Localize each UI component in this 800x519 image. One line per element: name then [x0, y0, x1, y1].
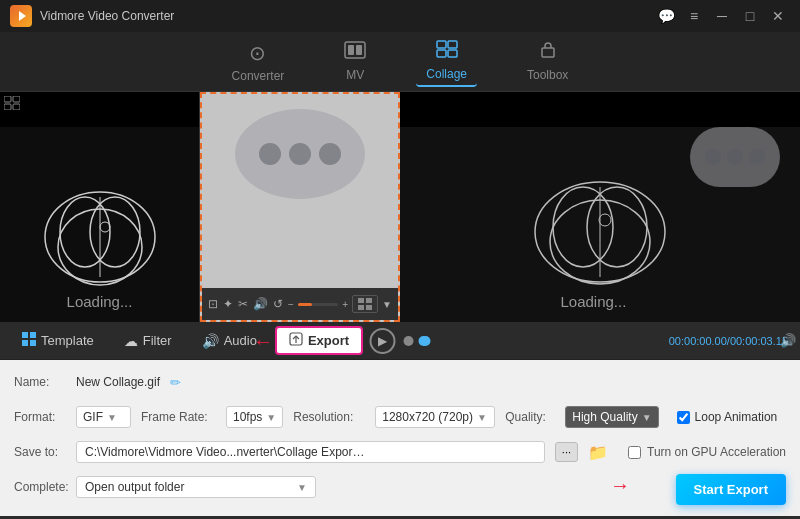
svg-rect-30 — [22, 332, 28, 338]
close-button[interactable]: ✕ — [766, 4, 790, 28]
slider-minus[interactable]: − — [288, 299, 294, 310]
window-controls: 💬 ≡ ─ □ ✕ — [654, 4, 790, 28]
cut-icon[interactable]: ✂ — [238, 297, 248, 311]
playback-controls: ▶ — [370, 328, 431, 354]
complete-row: Complete: Open output folder ▼ — [14, 473, 786, 501]
complete-dropdown[interactable]: Open output folder ▼ — [76, 476, 316, 498]
quality-arrow: ▼ — [642, 412, 652, 423]
audio-label: Audio — [224, 333, 257, 348]
black-bar-right — [400, 92, 800, 127]
svg-point-19 — [100, 222, 110, 232]
dot-ind-2 — [419, 336, 431, 346]
timeline-progress — [298, 303, 312, 306]
toolbox-icon — [537, 41, 559, 64]
volume-icon[interactable]: 🔊 — [780, 333, 796, 348]
tab-template[interactable]: Template — [10, 328, 106, 353]
svg-rect-4 — [356, 45, 362, 55]
app-logo — [10, 5, 32, 27]
template-icon — [22, 332, 36, 349]
start-export-button[interactable]: Start Export — [676, 474, 786, 505]
format-row: Format: GIF ▼ Frame Rate: 10fps ▼ Resolu… — [14, 403, 786, 431]
converter-label: Converter — [232, 69, 285, 83]
collage-label: Collage — [426, 67, 467, 81]
complete-arrow: ▼ — [297, 482, 307, 493]
maximize-button[interactable]: □ — [738, 4, 762, 28]
expand-icon[interactable]: ▼ — [382, 299, 392, 310]
minimize-button[interactable]: ─ — [710, 4, 734, 28]
loop-label: Loop Animation — [695, 410, 778, 424]
svg-rect-32 — [22, 340, 28, 346]
svg-rect-22 — [358, 305, 364, 310]
browse-button[interactable]: ··· — [555, 442, 578, 462]
gpu-label[interactable]: Turn on GPU Acceleration — [628, 445, 786, 459]
black-bar-left — [0, 92, 199, 127]
svg-rect-9 — [542, 48, 554, 57]
video-panel-right[interactable]: Loading... — [400, 92, 800, 322]
converter-icon: ⊙ — [249, 41, 266, 65]
tab-toolbox[interactable]: Toolbox — [517, 37, 578, 86]
video-panel-left[interactable]: Loading... — [0, 92, 200, 322]
timeline-slider[interactable] — [298, 303, 338, 306]
svg-rect-10 — [4, 96, 11, 102]
edit-name-icon[interactable]: ✏ — [170, 375, 181, 390]
panel-left-icon — [4, 96, 20, 113]
framerate-arrow: ▼ — [266, 412, 276, 423]
resolution-arrow: ▼ — [477, 412, 487, 423]
video-area: Loading... ⊡ ✦ ✂ 🔊 ↺ − + — [0, 92, 800, 322]
title-bar: Vidmore Video Converter 💬 ≡ ─ □ ✕ — [0, 0, 800, 32]
save-row: Save to: C:\Vidmore\Vidmore Video...nver… — [14, 438, 786, 466]
brain-left — [0, 172, 199, 292]
loop-checkbox-label[interactable]: Loop Animation — [677, 410, 778, 424]
video-panel-mid[interactable]: ⊡ ✦ ✂ 🔊 ↺ − + ▼ — [200, 92, 400, 322]
app-title: Vidmore Video Converter — [40, 9, 174, 23]
tab-mv[interactable]: MV — [334, 37, 376, 86]
name-label: Name: — [14, 375, 66, 389]
dot1 — [259, 143, 281, 165]
resolution-label: Resolution: — [293, 410, 365, 424]
menu-button[interactable]: ≡ — [682, 4, 706, 28]
quality-dropdown[interactable]: High Quality ▼ — [565, 406, 658, 428]
chat-button[interactable]: 💬 — [654, 4, 678, 28]
svg-point-15 — [60, 197, 110, 267]
tab-export[interactable]: Export — [275, 326, 363, 355]
complete-value: Open output folder — [85, 480, 293, 494]
play-button[interactable]: ▶ — [370, 328, 396, 354]
collage-icon — [436, 40, 458, 63]
svg-rect-21 — [366, 298, 372, 303]
svg-rect-33 — [30, 340, 36, 346]
svg-rect-23 — [366, 305, 372, 310]
framerate-label: Frame Rate: — [141, 410, 216, 424]
gpu-text: Turn on GPU Acceleration — [647, 445, 786, 459]
tab-filter[interactable]: ☁ Filter — [112, 329, 184, 353]
gpu-checkbox[interactable] — [628, 446, 641, 459]
complete-label: Complete: — [14, 480, 66, 494]
effects-icon[interactable]: ✦ — [223, 297, 233, 311]
tab-collage[interactable]: Collage — [416, 36, 477, 87]
folder-icon[interactable]: 📁 — [588, 443, 608, 462]
loop-checkbox[interactable] — [677, 411, 690, 424]
tab-converter[interactable]: ⊙ Converter — [222, 37, 295, 87]
audio-clip-icon[interactable]: 🔊 — [253, 297, 268, 311]
resolution-dropdown[interactable]: 1280x720 (720p) ▼ — [375, 406, 495, 428]
framerate-dropdown[interactable]: 10fps ▼ — [226, 406, 283, 428]
slider-area: − + ▼ — [288, 295, 392, 313]
layout-icon[interactable] — [352, 295, 378, 313]
crop-icon[interactable]: ⊡ — [208, 297, 218, 311]
svg-point-26 — [587, 187, 647, 267]
format-arrow: ▼ — [107, 412, 117, 423]
format-dropdown[interactable]: GIF ▼ — [76, 406, 131, 428]
save-path-text: C:\Vidmore\Vidmore Video...nverter\Colla… — [85, 445, 365, 459]
svg-rect-12 — [4, 104, 11, 110]
undo-icon[interactable]: ↺ — [273, 297, 283, 311]
export-label: Export — [308, 333, 349, 348]
svg-rect-6 — [448, 41, 457, 48]
svg-rect-13 — [13, 104, 20, 110]
filter-icon: ☁ — [124, 333, 138, 349]
resolution-value: 1280x720 (720p) — [382, 410, 473, 424]
svg-point-16 — [90, 197, 140, 267]
save-path-display: C:\Vidmore\Vidmore Video...nverter\Colla… — [76, 441, 545, 463]
quality-label: Quality: — [505, 410, 555, 424]
slider-plus[interactable]: + — [342, 299, 348, 310]
format-value: GIF — [83, 410, 103, 424]
quality-value: High Quality — [572, 410, 637, 424]
